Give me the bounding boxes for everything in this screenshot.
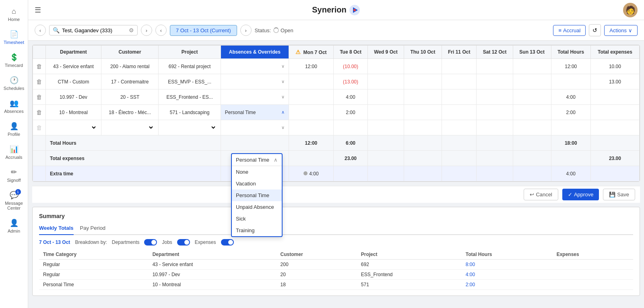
absence-dropdown-arrow[interactable]: ∨ [281, 94, 285, 100]
row1-sat[interactable] [477, 59, 513, 74]
absence-dropdown-arrow[interactable]: ∨ [281, 64, 285, 69]
col-total-hours-header: Total Hours [551, 46, 590, 59]
row4-mon[interactable] [289, 105, 333, 120]
row5-tue[interactable] [334, 120, 368, 135]
sidebar-item-timesheet[interactable]: 📄 Timesheet [0, 26, 28, 49]
cancel-label: Cancel [536, 191, 552, 198]
save-button[interactable]: 💾 Save [603, 189, 635, 200]
row1-wed[interactable] [367, 59, 404, 74]
row4-thu[interactable] [404, 105, 442, 120]
date-prev-button[interactable]: ‹ [155, 25, 167, 36]
row4-tue[interactable]: 2:00 [334, 105, 368, 120]
row4-sat[interactable] [477, 105, 513, 120]
row2-fri[interactable] [442, 74, 477, 89]
row1-tue[interactable]: (10.00) [334, 59, 368, 74]
row2-absence[interactable]: ∨ [221, 74, 289, 89]
user-avatar[interactable]: 🧑 [623, 3, 638, 17]
date-range-button[interactable]: 7 Oct - 13 Oct (Current) [170, 25, 237, 36]
toggle-expenses[interactable] [221, 239, 234, 246]
tab-weekly-totals[interactable]: Weekly Totals [39, 223, 74, 235]
row5-wed[interactable] [367, 120, 404, 135]
accrual-button[interactable]: ≡ Accrual [553, 25, 586, 36]
row3-sun[interactable] [513, 89, 551, 105]
row5-absence[interactable]: ∨ [221, 120, 289, 135]
sidebar-item-timecard[interactable]: 💲 Timecard [0, 49, 28, 72]
dropdown-close-icon[interactable]: ∧ [274, 157, 278, 163]
row2-wed[interactable] [367, 74, 404, 89]
row5-fri[interactable] [442, 120, 477, 135]
row2-mon[interactable] [289, 74, 333, 89]
row5-mon[interactable] [289, 120, 333, 135]
row3-fri[interactable] [442, 89, 477, 105]
delete-row-2-button[interactable]: 🗑 [36, 78, 42, 85]
nav-next-button[interactable]: › [141, 25, 152, 36]
sidebar-item-signoff[interactable]: ✏ Signoff [0, 164, 28, 187]
row3-mon[interactable] [289, 89, 333, 105]
filter-icon[interactable]: ⚙ [129, 27, 134, 33]
approve-label: Approve [574, 191, 593, 198]
row5-department[interactable] [46, 120, 101, 135]
summary-row2-project: ESS_Frontend [357, 270, 462, 280]
tab-pay-period[interactable]: Pay Period [80, 223, 106, 234]
sidebar-item-schedules[interactable]: 🕐 Schedules [0, 72, 28, 95]
sidebar-item-profile[interactable]: 👤 Profile [0, 118, 28, 141]
row1-fri[interactable] [442, 59, 477, 74]
row5-project-select[interactable] [163, 124, 217, 131]
toggle-jobs[interactable] [177, 239, 190, 246]
approve-button[interactable]: ✓ Approve [562, 189, 599, 200]
row5-sun[interactable] [513, 120, 551, 135]
dropdown-item-unpaid-absence[interactable]: Unpaid Absence [232, 201, 282, 213]
row4-absence[interactable]: Personal Time ∧ [221, 105, 289, 120]
absence-dropdown-arrow[interactable]: ∧ [281, 110, 285, 115]
dropdown-item-sick[interactable]: Sick [232, 213, 282, 225]
row2-sun[interactable] [513, 74, 551, 89]
row1-sun[interactable] [513, 59, 551, 74]
row2-sat[interactable] [477, 74, 513, 89]
row5-customer-select[interactable] [105, 124, 154, 131]
dropdown-item-vacation[interactable]: Vacation [232, 178, 282, 189]
dropdown-item-personal-time[interactable]: Personal Time [232, 189, 282, 201]
row5-thu[interactable] [404, 120, 442, 135]
refresh-button[interactable]: ↺ [589, 24, 601, 36]
row4-wed[interactable] [367, 105, 404, 120]
row5-project[interactable] [159, 120, 221, 135]
delete-row-3-button[interactable]: 🗑 [36, 94, 42, 100]
row5-customer[interactable] [101, 120, 158, 135]
sidebar-item-messages[interactable]: 💬 1 Message Center [0, 187, 28, 214]
row3-absence[interactable]: ∨ [221, 89, 289, 105]
absence-dropdown-arrow[interactable]: ∨ [281, 79, 285, 84]
row2-thu[interactable] [404, 74, 442, 89]
row3-sat[interactable] [477, 89, 513, 105]
date-next-button[interactable]: › [240, 25, 252, 36]
total-expenses-mon [289, 151, 333, 166]
row3-wed[interactable] [367, 89, 404, 105]
delete-row-5-button[interactable]: 🗑 [36, 124, 42, 131]
hamburger-button[interactable]: ☰ [35, 6, 41, 15]
row1-thu[interactable] [404, 59, 442, 74]
row3-thu[interactable] [404, 89, 442, 105]
actions-button[interactable]: Actions ∨ [604, 25, 638, 36]
row4-sun[interactable] [513, 105, 551, 120]
sidebar-item-absences[interactable]: 👥 Absences [0, 95, 28, 118]
row5-sat[interactable] [477, 120, 513, 135]
row4-fri[interactable] [442, 105, 477, 120]
nav-prev-button[interactable]: ‹ [35, 25, 46, 36]
row1-mon[interactable]: 12:00 [289, 59, 333, 74]
row1-absence[interactable]: ∨ [221, 59, 289, 74]
sidebar-item-home[interactable]: ⌂ Home [0, 3, 28, 26]
sidebar-item-accruals[interactable]: 📊 Accruals [0, 141, 28, 164]
sidebar-item-admin[interactable]: 👤 Admin [0, 214, 28, 237]
accruals-icon: 📊 [10, 145, 19, 154]
delete-row-4-button[interactable]: 🗑 [36, 109, 42, 116]
summary-row3-expenses [553, 280, 633, 290]
cancel-button[interactable]: ↩ Cancel [524, 189, 558, 200]
row3-tue[interactable]: 4:00 [334, 89, 368, 105]
row5-department-select[interactable] [50, 124, 97, 131]
absence-dropdown-arrow[interactable]: ∨ [281, 125, 285, 130]
dropdown-item-none[interactable]: None [232, 166, 282, 178]
search-input[interactable] [62, 27, 126, 33]
row2-tue[interactable]: (13.00) [334, 74, 368, 89]
delete-row-1-button[interactable]: 🗑 [36, 63, 42, 70]
dropdown-item-training[interactable]: Training [232, 225, 282, 236]
toggle-departments[interactable] [144, 239, 157, 246]
